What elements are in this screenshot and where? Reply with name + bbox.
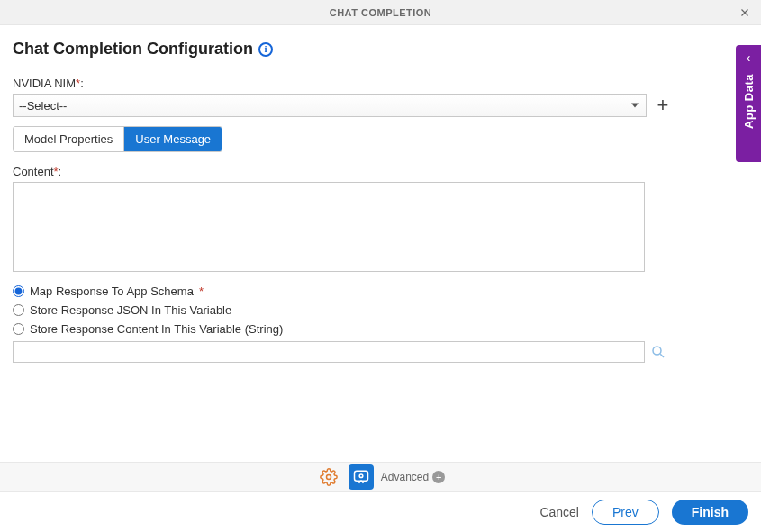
svg-point-0	[653, 347, 661, 355]
finish-button[interactable]: Finish	[672, 500, 748, 525]
tab-user-message[interactable]: User Message	[123, 127, 222, 151]
schema-lookup-icon[interactable]	[650, 344, 666, 360]
nim-select[interactable]: --Select--	[13, 94, 647, 117]
prev-button[interactable]: Prev	[592, 500, 659, 525]
tab-model-properties[interactable]: Model Properties	[14, 127, 123, 151]
radio-map-schema[interactable]: Map Response To App Schema*	[13, 284, 748, 298]
page-title: Chat Completion Configuration i	[13, 40, 748, 59]
radio-map-schema-input[interactable]	[13, 285, 24, 297]
radio-store-string[interactable]: Store Response Content In This Variable …	[13, 322, 748, 336]
content-label: Content*:	[13, 165, 748, 178]
app-data-panel-toggle[interactable]: ‹ App Data	[736, 45, 761, 162]
svg-point-3	[359, 474, 363, 478]
info-icon[interactable]: i	[258, 42, 273, 57]
radio-store-json-input[interactable]	[13, 304, 24, 316]
add-nim-icon[interactable]: +	[654, 96, 672, 114]
cancel-button[interactable]: Cancel	[539, 505, 579, 519]
page-title-text: Chat Completion Configuration	[13, 40, 253, 59]
title-bar: CHAT COMPLETION	[0, 0, 761, 25]
nim-select-value: --Select--	[19, 99, 67, 113]
chat-icon[interactable]	[349, 464, 374, 490]
dialog-title: CHAT COMPLETION	[330, 7, 432, 18]
advanced-toggle[interactable]: Advanced +	[381, 471, 445, 483]
svg-rect-2	[354, 471, 367, 481]
config-form: Chat Completion Configuration i NVIDIA N…	[0, 25, 761, 363]
chevron-left-icon: ‹	[747, 50, 751, 65]
nim-label: NVIDIA NIM*:	[13, 77, 748, 90]
footer-toolbar: Advanced +	[0, 462, 761, 492]
gear-icon[interactable]	[316, 464, 341, 490]
wizard-buttons: Cancel Prev Finish	[539, 500, 748, 525]
plus-circle-icon: +	[432, 471, 445, 483]
radio-store-string-input[interactable]	[13, 323, 24, 335]
app-data-label: App Data	[742, 74, 756, 129]
radio-store-json[interactable]: Store Response JSON In This Variable	[13, 303, 748, 317]
schema-map-input[interactable]	[13, 341, 645, 363]
message-tabs: Model Properties User Message	[13, 126, 222, 152]
content-textarea[interactable]	[13, 182, 645, 272]
close-icon[interactable]	[736, 4, 754, 22]
svg-point-1	[326, 475, 331, 480]
